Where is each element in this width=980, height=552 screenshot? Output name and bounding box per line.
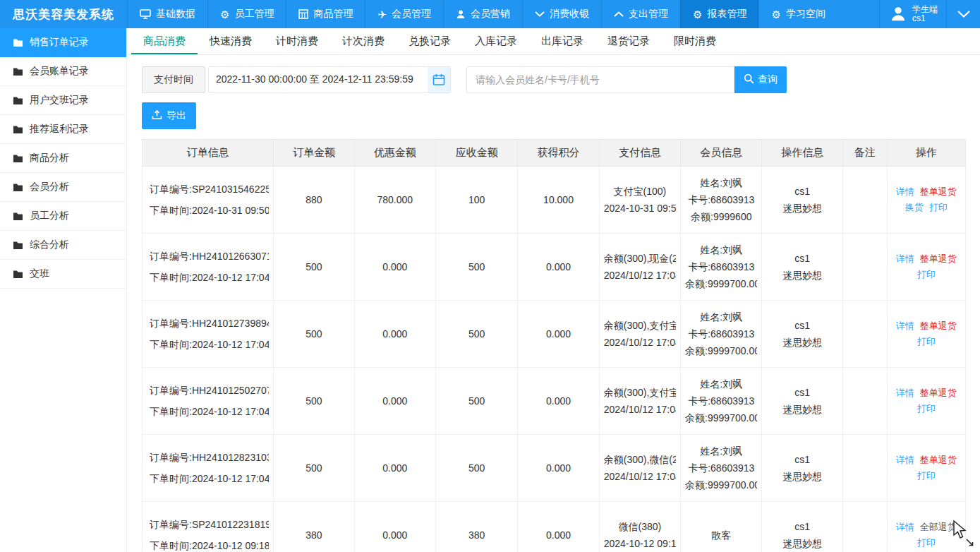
refund-order-link[interactable]: 整单退货 <box>920 454 957 467</box>
order-number: 订单编号:SP241012231819 <box>150 514 269 535</box>
print-link[interactable]: 打印 <box>929 201 948 214</box>
order-time: 下单时间:2024-10-12 09:18:5 <box>150 535 269 552</box>
nav-item-members[interactable]: ✈ 会员管理 <box>365 0 443 28</box>
refund-order-link[interactable]: 整单退货 <box>920 186 957 198</box>
user-menu[interactable]: 学生端 cs1 <box>879 0 946 28</box>
table-row: 订单编号:HH241012739894 下单时间:2024-10-12 17:0… <box>143 301 966 368</box>
detail-link[interactable]: 详情 <box>896 387 914 400</box>
print-link[interactable]: 打印 <box>917 335 936 348</box>
nav-item-learning[interactable]: ⚙ 学习空间 <box>758 0 837 28</box>
refund-all-link[interactable]: 全部退货 <box>920 521 957 534</box>
orders-table-wrap: 订单信息订单金额优惠金额应收金额获得积分支付信息会员信息操作信息备注操作 订单编… <box>142 139 966 552</box>
refund-order-link[interactable]: 整单退货 <box>920 387 957 400</box>
detail-link[interactable]: 详情 <box>896 521 914 534</box>
column-header: 支付信息 <box>599 140 680 167</box>
sidebar-item[interactable]: 商品分析 <box>0 144 126 173</box>
cell-line: 姓名:刘飒 <box>685 443 757 460</box>
cell-line: 迷思妙想 <box>766 468 837 485</box>
order-info-cell: 订单编号:HH241012502707 下单时间:2024-10-12 17:0… <box>143 368 274 435</box>
remark-cell <box>842 435 887 502</box>
cell-line: 支付宝(100) <box>604 183 676 200</box>
cell-line: 余额:9999600 <box>685 208 757 225</box>
tab[interactable]: 快速消费 <box>198 28 264 54</box>
order-number: 订单编号:HH241012502707 <box>150 380 269 401</box>
actions-cell: 详情整单退货打印 <box>887 435 965 502</box>
tab[interactable]: 入库记录 <box>463 28 529 54</box>
cell-line: 迷思妙想 <box>766 535 837 552</box>
tab[interactable]: 商品消费 <box>131 28 198 54</box>
nav-item-cashier[interactable]: 消费收银 <box>522 0 601 28</box>
tab[interactable]: 计时消费 <box>264 28 330 54</box>
order-time: 下单时间:2024-10-12 17:04:2 <box>150 468 269 489</box>
sidebar-item[interactable]: 会员账单记录 <box>0 57 126 86</box>
topbar-spacer <box>837 0 879 28</box>
column-header: 订单金额 <box>274 140 354 167</box>
tab[interactable]: 出库记录 <box>529 28 595 54</box>
sidebar-item[interactable]: 综合分析 <box>0 231 126 260</box>
sidebar-item[interactable]: 交班 <box>0 260 126 289</box>
sidebar-item[interactable]: 会员分析 <box>0 173 126 202</box>
nav-item-reports[interactable]: ⚙ 报表管理 <box>680 0 758 28</box>
receivable-amount-cell: 380 <box>435 502 517 552</box>
refund-order-link[interactable]: 整单退货 <box>920 253 957 265</box>
tab[interactable]: 计次消费 <box>330 28 397 54</box>
detail-link[interactable]: 详情 <box>896 186 914 198</box>
user-icon <box>456 9 466 19</box>
exchange-link[interactable]: 换货 <box>905 201 924 214</box>
pay-info-cell: 微信(380)2024-10-12 09:18 <box>599 502 680 552</box>
date-range-input[interactable]: 2022-11-30 00:00:00 至 2024-12-11 23:59:5… <box>208 66 451 93</box>
cell-line: 余额(300),支付宝 <box>604 384 676 401</box>
points-cell: 0.000 <box>518 368 599 435</box>
plane-icon: ✈ <box>377 9 387 20</box>
sidebar-item[interactable]: 员工分析 <box>0 202 126 231</box>
nav-item-base-data[interactable]: 基础数据 <box>127 0 207 28</box>
calendar-icon[interactable] <box>428 67 450 92</box>
pay-time-button[interactable]: 支付时间 <box>142 66 205 93</box>
print-link[interactable]: 打印 <box>917 268 936 281</box>
detail-link[interactable]: 详情 <box>896 454 914 467</box>
tab[interactable]: 限时消费 <box>662 28 728 54</box>
topbar-collapse-button[interactable] <box>946 0 980 28</box>
column-header: 获得积分 <box>518 140 599 167</box>
print-link[interactable]: 打印 <box>917 469 936 482</box>
sidebar-item[interactable]: 用户交班记录 <box>0 86 126 115</box>
member-info-cell: 姓名:刘飒卡号:68603913余额:9999700.00. <box>681 435 762 502</box>
refund-order-link[interactable]: 整单退货 <box>920 320 957 332</box>
tab[interactable]: 退货记录 <box>595 28 662 54</box>
cell-line: 迷思妙想 <box>766 267 837 284</box>
order-number: 订单编号:HH241012739894 <box>150 313 269 334</box>
cell-line: 姓名:刘飒 <box>685 241 757 258</box>
cell-line: 余额:9999700.00. <box>685 476 757 493</box>
nav-item-marketing[interactable]: 会员营销 <box>443 0 522 28</box>
print-link[interactable]: 打印 <box>917 402 936 415</box>
nav-item-expenses[interactable]: 支出管理 <box>601 0 680 28</box>
pay-info-cell: 余额(300),现金(202024/10/12 17:04 <box>599 234 680 301</box>
folder-icon <box>13 154 23 163</box>
export-button[interactable]: 导出 <box>142 102 196 129</box>
cell-line: 迷思妙想 <box>766 401 837 418</box>
print-link[interactable]: 打印 <box>917 536 936 549</box>
column-header: 应收金额 <box>435 140 517 167</box>
folder-icon <box>13 125 23 134</box>
table-row: 订单编号:HH241012663071 下单时间:2024-10-12 17:0… <box>143 234 966 301</box>
cell-line: 卡号:68603913 <box>685 258 757 275</box>
nav-item-goods[interactable]: 商品管理 <box>286 0 365 28</box>
operator-info-cell: cs1迷思妙想 <box>762 435 842 502</box>
sidebar-item[interactable]: 推荐返利记录 <box>0 115 126 144</box>
nav-item-staff[interactable]: ⚙ 员工管理 <box>207 0 286 28</box>
monitor-icon <box>140 9 151 19</box>
detail-link[interactable]: 详情 <box>896 320 914 332</box>
tab[interactable]: 兑换记录 <box>397 28 463 54</box>
cell-line: cs1 <box>766 250 837 267</box>
table-header-row: 订单信息订单金额优惠金额应收金额获得积分支付信息会员信息操作信息备注操作 <box>143 140 966 167</box>
detail-link[interactable]: 详情 <box>896 253 914 265</box>
member-search-input[interactable] <box>466 66 734 93</box>
sidebar-item[interactable]: 销售订单记录 <box>0 28 126 57</box>
chevron-up-icon <box>614 11 624 17</box>
order-time: 下单时间:2024-10-12 17:04:4 <box>150 267 269 288</box>
query-button[interactable]: 查询 <box>734 66 787 93</box>
discount-amount-cell: 780.000 <box>354 167 435 234</box>
discount-amount-cell: 0.000 <box>354 435 435 502</box>
nav-item-label: 学习空间 <box>786 8 825 20</box>
cell-line: 余额:9999700.00. <box>685 409 757 426</box>
